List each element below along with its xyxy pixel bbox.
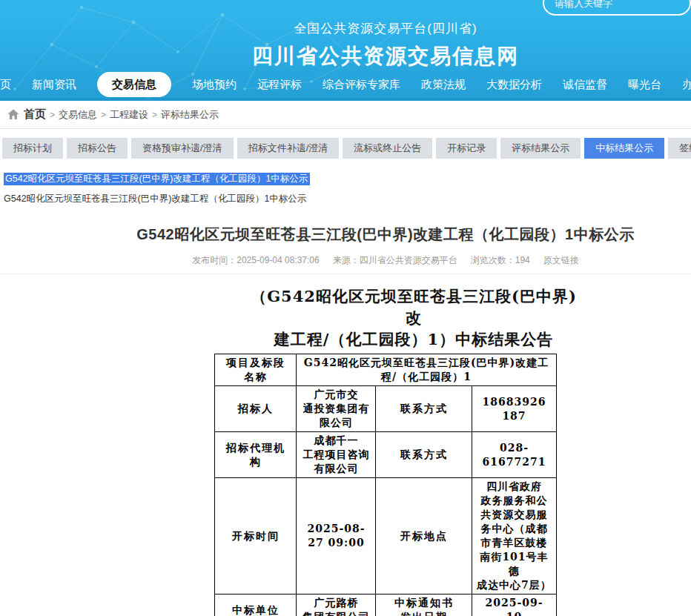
table-row: 开标时间2025-08- 27 09:00开标地点四川省政府 政务服务和公 共资… bbox=[215, 478, 556, 595]
table-label-cell: 开标时间 bbox=[215, 478, 297, 595]
tab-item[interactable]: 开标记录 bbox=[436, 138, 497, 159]
category-tabs: 招标计划招标公告资格预审补遗/澄清招标文件补遗/澄清流标或终止公告开标记录评标结… bbox=[0, 129, 691, 166]
article-meta: 发布时间：2025-09-04 08:37:06来源：四川省公共资源交易平台浏览… bbox=[0, 254, 691, 267]
table-value-cell: 四川省政府 政务服务和公 共资源交易服 务中心（成都 市青羊区鼓楼 南街101号… bbox=[472, 478, 556, 595]
tab-active[interactable]: 中标结果公示 bbox=[584, 138, 664, 159]
table-value-cell: 2025-09- 10 bbox=[472, 595, 556, 616]
tab-item[interactable]: 招标文件补遗/澄清 bbox=[237, 138, 340, 159]
platform-title: 全国公共资源交易平台(四川省) bbox=[0, 20, 691, 37]
tab-item[interactable]: 招标公告 bbox=[67, 138, 128, 159]
table-value-cell: 广元路桥 集团有限公司 bbox=[297, 595, 376, 616]
table-label-cell: 联系方式 bbox=[376, 386, 472, 432]
list-item[interactable]: G542昭化区元坝至旺苍县三江段(巴中界)改建工程（化工园段）1中标公示 bbox=[4, 193, 687, 205]
breadcrumb-separator: > bbox=[50, 110, 55, 120]
table-label-cell: 招标代理机 构 bbox=[215, 432, 297, 478]
site-title: 四川省公共资源交易信息网 bbox=[0, 42, 691, 70]
nav-item[interactable]: 政策法规 bbox=[421, 72, 466, 97]
link-text[interactable]: G542昭化区元坝至旺苍县三江段(巴中界)改建工程（化工园段）1中标公示 bbox=[4, 193, 306, 204]
list-item-selected[interactable]: G542昭化区元坝至旺苍县三江段(巴中界)改建工程（化工园段）1中标公示 bbox=[4, 173, 687, 185]
breadcrumb: 首页 >交易信息>工程建设>评标结果公示 bbox=[0, 101, 691, 129]
table-value-cell: 2025-08- 27 09:00 bbox=[297, 478, 376, 595]
meta-text: 浏览次数：194 bbox=[471, 255, 530, 265]
nav-item[interactable]: 曝光台 bbox=[628, 72, 661, 97]
table-row: 招标人广元市交 通投资集团有 限公司联系方式18683926 187 bbox=[215, 386, 556, 432]
table-label-cell: 中标通知书 发出日期 bbox=[376, 595, 472, 616]
table-label-cell: 项目及标段 名称 bbox=[215, 354, 297, 386]
nav-item[interactable]: 首页 bbox=[0, 72, 11, 97]
breadcrumb-home[interactable]: 首页 bbox=[24, 107, 46, 122]
table-row: 中标单位广元路桥 集团有限公司中标通知书 发出日期2025-09- 10 bbox=[215, 595, 556, 616]
breadcrumb-separator: > bbox=[101, 110, 106, 120]
original-link[interactable]: 原文链接 bbox=[543, 255, 579, 265]
tab-item[interactable]: 签约履行 bbox=[668, 138, 691, 159]
breadcrumb-item[interactable]: 交易信息 bbox=[59, 108, 97, 122]
table-value-cell: 028- 61677271 bbox=[472, 432, 556, 478]
tab-item[interactable]: 招标计划 bbox=[2, 138, 63, 159]
table-value-cell: 成都千一 工程项目咨询 有限公司 bbox=[297, 432, 376, 478]
breadcrumb-item[interactable]: 评标结果公示 bbox=[161, 108, 219, 122]
nav-item[interactable]: 综合评标专家库 bbox=[323, 72, 400, 97]
nav-item[interactable]: 诚信监督 bbox=[563, 72, 607, 97]
nav-item[interactable]: 场地预约 bbox=[192, 72, 237, 97]
meta-text: 发布时间：2025-09-04 08:37:06 bbox=[192, 255, 319, 265]
tab-item[interactable]: 评标结果公示 bbox=[500, 138, 581, 159]
breadcrumb-separator: > bbox=[152, 110, 157, 120]
page-title: G542昭化区元坝至旺苍县三江段(巴中界)改建工程（化工园段）1中标公示 bbox=[0, 225, 691, 245]
table-label-cell: 开标地点 bbox=[376, 478, 472, 595]
tab-item[interactable]: 资格预审补遗/澄清 bbox=[131, 138, 234, 159]
announcement-list: G542昭化区元坝至旺苍县三江段(巴中界)改建工程（化工园段）1中标公示 G54… bbox=[0, 166, 691, 205]
nav-item[interactable]: 大数据分析 bbox=[486, 72, 542, 97]
nav-item[interactable]: 远程评标 bbox=[257, 72, 302, 97]
table-label-cell: 中标单位 bbox=[215, 595, 297, 616]
site-banner: 全国公共资源交易平台(四川省) 四川省公共资源交易信息网 首页新闻资讯交易信息场… bbox=[0, 0, 691, 101]
main-nav: 首页新闻资讯交易信息场地预约远程评标综合评标专家库政策法规大数据分析诚信监督曝光… bbox=[0, 71, 691, 98]
table-value-cell: 广元市交 通投资集团有 限公司 bbox=[297, 386, 376, 432]
divider bbox=[0, 274, 691, 274]
result-table: 项目及标段 名称G542昭化区元坝至旺苍县三江段(巴中界)改建工 程/（化工园段… bbox=[214, 354, 556, 616]
table-label-cell: 招标人 bbox=[215, 386, 297, 432]
nav-item[interactable]: 交易信息 bbox=[97, 72, 171, 97]
tab-item[interactable]: 流标或终止公告 bbox=[343, 138, 432, 159]
table-value-cell: G542昭化区元坝至旺苍县三江段(巴中界)改建工 程/（化工园段）1 bbox=[297, 354, 556, 386]
table-label-cell: 联系方式 bbox=[376, 432, 472, 478]
table-value-cell: 18683926 187 bbox=[472, 386, 556, 432]
table-row: 招标代理机 构成都千一 工程项目咨询 有限公司联系方式028- 61677271 bbox=[215, 432, 556, 478]
document-title: （G542昭化区元坝至旺苍县三江段(巴中界)改 建工程/（化工园段）1）中标结果… bbox=[243, 285, 584, 350]
nav-item[interactable]: 新闻资讯 bbox=[32, 72, 76, 97]
nav-item[interactable]: 办事指南 bbox=[682, 72, 691, 97]
meta-text: 来源：四川省公共资源交易平台 bbox=[333, 255, 457, 265]
table-row: 项目及标段 名称G542昭化区元坝至旺苍县三江段(巴中界)改建工 程/（化工园段… bbox=[215, 354, 556, 386]
breadcrumb-item[interactable]: 工程建设 bbox=[110, 108, 148, 122]
home-icon[interactable] bbox=[7, 109, 19, 120]
selected-link-text[interactable]: G542昭化区元坝至旺苍县三江段(巴中界)改建工程（化工园段）1中标公示 bbox=[4, 173, 310, 185]
